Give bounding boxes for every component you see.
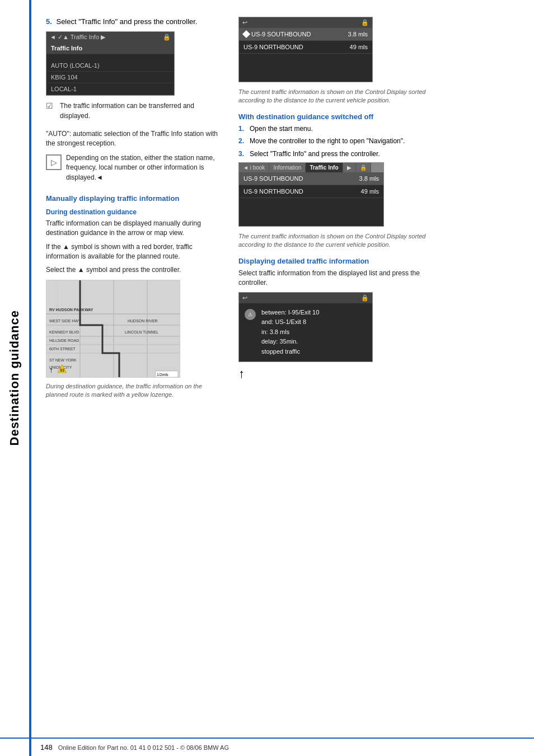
step3-text: Select "Traffic Info" and press the cont… [250, 149, 380, 159]
detail-icon-col: ⚠ [245, 308, 256, 357]
map-svg: RV HUDSON PARKWAY WEST SIDE HWY KENNEDY … [46, 280, 180, 378]
footer-text: Online Edition for Part no. 01 41 0 012 … [58, 744, 229, 751]
diamond-icon-1 [242, 30, 250, 38]
screen3-tabs: ◄ i book Information Traffic Info ▶ 🔒 [239, 163, 383, 172]
detail-arrow-down: ↑ [238, 367, 429, 381]
left-col-top: 5. Select "Traffic Info" and press the c… [46, 17, 225, 403]
note-transferred: ☑ The traffic information can be transfe… [46, 101, 225, 125]
svg-text:HILLSIDE ROAD: HILLSIDE ROAD [49, 339, 79, 342]
screen3-tab1: ◄ i book [239, 163, 269, 172]
screen1-header-left: ◄ ✓▲ Traffic Info ▶ [50, 34, 105, 41]
screen1-body: Traffic Info AUTO (LOCAL-1) KBIG 104 LOC… [46, 43, 174, 95]
step2-num: 2. [238, 137, 244, 146]
screen1-list-item-1: KBIG 104 [46, 72, 174, 83]
svg-text:↑: ↑ [49, 365, 53, 374]
detail-between: between: I-95/Exit 10 [261, 308, 367, 318]
screen3-row1-label: US-9 SOUTHBOUND [243, 175, 303, 182]
screen3-caption: The current traffic information is shown… [238, 232, 429, 249]
svg-text:HUDSON RIVER: HUDSON RIVER [128, 319, 158, 323]
screen3-tab5: 🔒 [356, 163, 371, 172]
switched-off-steps: 1. Open the start menu. 2. Move the cont… [238, 124, 429, 159]
detail-stopped: stopped traffic [261, 347, 367, 357]
auto-note: "AUTO": automatic selection of the Traff… [46, 129, 225, 149]
detail-in: in: 3.8 mls [261, 327, 367, 337]
sidebar: Destination guidance [0, 0, 29, 756]
svg-text:1/2mls: 1/2mls [157, 373, 168, 377]
screen3-row1: US-9 SOUTHBOUND 3.8 mls [239, 172, 383, 185]
note-arrow-text: Depending on the station, either the sta… [66, 153, 225, 182]
detail-header-back: ↩ [242, 294, 247, 302]
map-image: RV HUDSON PARKWAY WEST SIDE HWY KENNEDY … [46, 280, 180, 378]
svg-text:33: 33 [60, 368, 64, 372]
screen3-row2: US-9 NORTHBOUND 49 mls [239, 185, 383, 198]
manual-para2: If the ▲ symbol is shown with a red bord… [46, 242, 225, 262]
screen2-caption: The current traffic information is shown… [238, 88, 429, 105]
manual-para3: Select the ▲ symbol and press the contro… [46, 265, 225, 275]
blue-accent-bar [29, 0, 31, 756]
detail-header-lock: 🔒 [361, 294, 369, 302]
step1-num: 1. [238, 124, 244, 134]
detail-screen-header: ↩ 🔒 [239, 293, 372, 303]
map-caption: During destination guidance, the traffic… [46, 382, 225, 399]
svg-text:WEST SIDE HWY: WEST SIDE HWY [49, 319, 81, 323]
screen-traffic-info-menu: ◄ ✓▲ Traffic Info ▶ 🔒 Traffic Info AUTO … [46, 31, 175, 96]
main-content: 5. Select "Traffic Info" and press the c… [40, 0, 533, 426]
step1-text: Open the start menu. [250, 124, 313, 134]
check-icon-1: ☑ [46, 101, 53, 110]
step2-text: Move the controller to the right to open… [250, 137, 405, 146]
step5-num: 5. [46, 17, 52, 26]
screen2-row1-label: US-9 SOUTHBOUND [243, 31, 311, 37]
note-arrow: ▷ Depending on the station, either the s… [46, 153, 225, 186]
step-2: 2. Move the controller to the right to o… [238, 137, 429, 146]
step-1: 1. Open the start menu. [238, 124, 429, 134]
note-transferred-text: The traffic information can be transferr… [60, 101, 225, 121]
screen1-list-item-2: LOCAL-1 [46, 83, 174, 95]
screen3-tab2: Information [269, 163, 306, 172]
step5-text: 5. Select "Traffic Info" and press the c… [46, 17, 225, 27]
screen1-menu-item: Traffic Info [46, 43, 174, 54]
section-manual-heading: Manually displaying traffic information [46, 194, 225, 203]
traffic-warning-icon: ⚠ [245, 309, 256, 320]
screen3-tab3: Traffic Info [306, 163, 343, 172]
screen1-list-item-0: AUTO (LOCAL-1) [46, 60, 174, 72]
step3-num: 3. [238, 149, 244, 159]
top-section: 5. Select "Traffic Info" and press the c… [46, 17, 522, 403]
map-inner: RV HUDSON PARKWAY WEST SIDE HWY KENNEDY … [46, 280, 180, 377]
screen3-body: US-9 SOUTHBOUND 3.8 mls US-9 NORTHBOUND … [239, 172, 383, 226]
page-number: 148 [40, 743, 53, 752]
screen2-row2-label: US-9 NORTHBOUND [243, 44, 303, 50]
svg-text:LINCOLN TUNNEL: LINCOLN TUNNEL [125, 330, 158, 334]
screen2-row2-value: 49 mls [350, 44, 368, 50]
sidebar-title: Destination guidance [7, 310, 22, 445]
arrow-note-icon: ▷ [46, 154, 62, 170]
screen3-row2-value: 49 mls [361, 188, 379, 195]
manual-para1: Traffic information can be displayed man… [46, 219, 225, 238]
svg-text:RV HUDSON PARKWAY: RV HUDSON PARKWAY [49, 308, 93, 312]
section-switched-off-heading: With destination guidance switched off [238, 112, 429, 121]
section-detailed-heading: Displaying detailed traffic information [238, 257, 429, 265]
detailed-intro: Select traffic information from the disp… [238, 269, 429, 288]
screen2-row1: US-9 SOUTHBOUND 3.8 mls [239, 28, 372, 41]
screen2-row2: US-9 NORTHBOUND 49 mls [239, 41, 372, 54]
screen2-body: US-9 SOUTHBOUND 3.8 mls US-9 NORTHBOUND … [239, 28, 372, 82]
screen2-header-lock: 🔒 [361, 19, 369, 26]
detail-delay: delay: 35min. [261, 337, 367, 347]
screen3-tab4: ▶ [343, 163, 356, 172]
screen-traffic-list-top: ↩ 🔒 US-9 SOUTHBOUND 3.8 mls US-9 NORTHBO… [238, 17, 373, 82]
screen2-header-back: ↩ [242, 19, 247, 26]
step-3: 3. Select "Traffic Info" and press the c… [238, 149, 429, 159]
detail-and: and: US-1/Exit 8 [261, 317, 367, 327]
screen1-header-right: 🔒 [163, 34, 171, 41]
right-col: ↩ 🔒 US-9 SOUTHBOUND 3.8 mls US-9 NORTHBO… [238, 17, 429, 403]
screen1-header: ◄ ✓▲ Traffic Info ▶ 🔒 [46, 32, 174, 43]
screen-with-tabs: ◄ i book Information Traffic Info ▶ 🔒 US… [238, 162, 384, 227]
screen3-row1-value: 3.8 mls [359, 175, 379, 182]
sub-during-heading: During destination guidance [46, 208, 225, 216]
detail-content: ⚠ between: I-95/Exit 10 and: US-1/Exit 8… [239, 303, 372, 361]
svg-text:60TH STREET: 60TH STREET [49, 347, 76, 351]
page-footer: 148 Online Edition for Part no. 01 41 0 … [0, 738, 534, 756]
svg-text:KENNEDY BLVD: KENNEDY BLVD [49, 330, 79, 334]
svg-text:ST NEW YORK: ST NEW YORK [49, 358, 77, 362]
detail-screen: ↩ 🔒 ⚠ between: I-95/Exit 10 and: US-1/Ex… [238, 292, 373, 362]
screen2-row1-value: 3.8 mls [348, 31, 368, 37]
